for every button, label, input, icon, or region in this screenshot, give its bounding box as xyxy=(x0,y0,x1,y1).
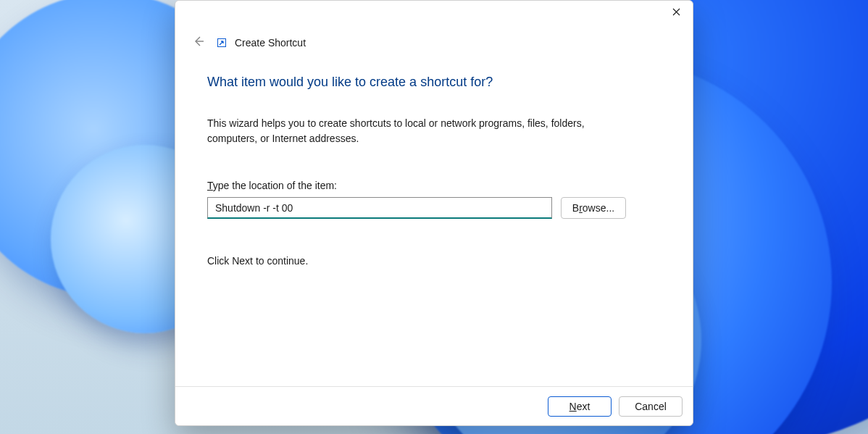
close-icon xyxy=(672,7,680,17)
wizard-title: Create Shortcut xyxy=(235,37,306,49)
location-label: Type the location of the item: xyxy=(207,180,661,191)
browse-button[interactable]: Browse... xyxy=(561,197,626,219)
back-arrow-icon xyxy=(192,35,205,51)
back-button[interactable] xyxy=(188,33,209,53)
cancel-button[interactable]: Cancel xyxy=(619,396,683,417)
titlebar xyxy=(175,1,693,27)
page-heading: What item would you like to create a sho… xyxy=(207,75,661,90)
shortcut-arrow-icon xyxy=(216,37,228,49)
location-input[interactable] xyxy=(207,197,552,219)
create-shortcut-dialog: Create Shortcut What item would you like… xyxy=(175,0,693,426)
wizard-content: What item would you like to create a sho… xyxy=(175,56,693,386)
wizard-description: This wizard helps you to create shortcut… xyxy=(207,116,613,146)
wizard-header: Create Shortcut xyxy=(175,27,693,56)
next-button[interactable]: Next xyxy=(548,396,612,417)
close-button[interactable] xyxy=(659,1,693,24)
location-row: Browse... xyxy=(207,197,661,219)
continue-hint: Click Next to continue. xyxy=(207,255,661,267)
wizard-footer: Next Cancel xyxy=(175,386,693,425)
